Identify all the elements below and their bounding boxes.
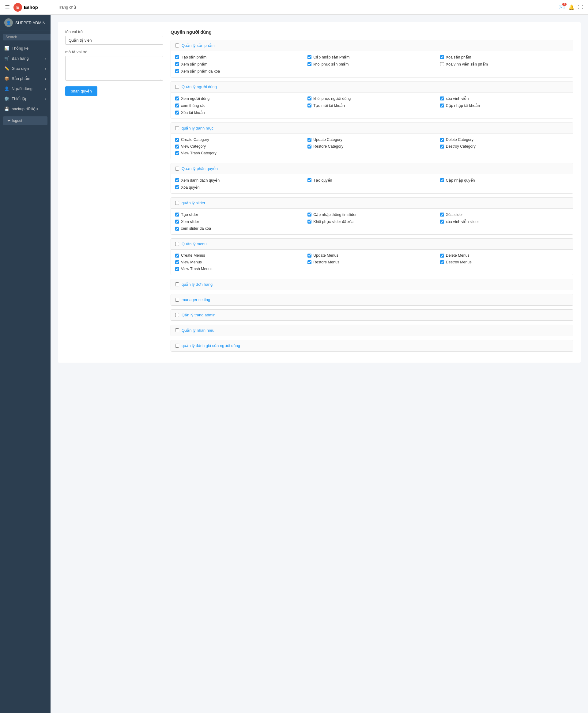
perm-group-qlpq-checkbox[interactable] xyxy=(175,167,179,171)
perm-group-qlnh-checkbox[interactable] xyxy=(175,328,179,332)
perm-group-qlsp-label[interactable]: Quản lý sản phẩm xyxy=(182,43,215,48)
sidebar-item-sanpham-label: Sản phẩm xyxy=(12,76,30,81)
perm-item[interactable]: Cập nhập thông tin slider xyxy=(308,212,436,217)
perm-group-qlsl-checkbox[interactable] xyxy=(175,201,179,205)
topbar-right: ✉️ 1 🔔 ⛶ xyxy=(559,4,583,10)
perm-item[interactable]: Update Category xyxy=(308,138,436,142)
perm-item[interactable]: xem thùng rác xyxy=(175,103,304,108)
giaodien-icon: ✏️ xyxy=(4,66,9,71)
sidebar-item-thongke[interactable]: 📊 Thống kê xyxy=(0,43,50,53)
perm-item[interactable]: Xóa sản phẩm xyxy=(440,55,569,59)
sidebar-item-sanpham[interactable]: 📦 Sản phẩm › xyxy=(0,74,50,84)
perm-group-qlnh-label[interactable]: Quản lý nhãn hiệu xyxy=(182,328,214,333)
perm-group-qlnd-checkbox[interactable] xyxy=(175,85,179,89)
sidebar-search-container: 🔍 xyxy=(0,31,50,43)
sidebar-item-banhang[interactable]: 🛒 Bán hàng › xyxy=(0,53,50,63)
perm-item[interactable]: Create Menus xyxy=(175,253,304,257)
perm-item[interactable]: Tạo slider xyxy=(175,212,304,217)
perm-item[interactable]: View Category xyxy=(175,144,304,149)
perm-item[interactable]: Tạo sản phẩm xyxy=(175,55,304,59)
perm-item[interactable]: Restore Category xyxy=(308,144,436,149)
perm-item[interactable]: Update Menus xyxy=(308,253,436,257)
logout-button[interactable]: ⬅ logout xyxy=(3,117,47,125)
menu-toggle-icon[interactable]: ☰ xyxy=(5,4,10,11)
brand-name: Eshop xyxy=(24,5,38,10)
perm-item[interactable]: xóa vĩnh viễn xyxy=(440,96,569,101)
perm-items-qlsp: Tạo sản phẩm Cập nhập sản Phẩm Xóa sản p… xyxy=(171,51,573,77)
perm-items-qlnd: Xem người dùng khôi phục người dùng xóa … xyxy=(171,92,573,119)
perm-group-qlta-checkbox[interactable] xyxy=(175,313,179,317)
sidebar-item-giaodien-label: Giao diện xyxy=(12,66,29,71)
perm-item[interactable]: Create Category xyxy=(175,138,304,142)
perm-item[interactable]: Destroy Category xyxy=(440,144,569,149)
perm-group-qlmenu-label[interactable]: Quản lý menu xyxy=(182,242,207,246)
sidebar-item-backup[interactable]: 💾 backup dữ liệu xyxy=(0,104,50,114)
perm-group-qlmenu-checkbox[interactable] xyxy=(175,242,179,246)
perm-item[interactable]: Xóa vĩnh viễn sản phẩm xyxy=(440,62,569,66)
perm-group-qldm-label[interactable]: quản lý danh mục xyxy=(182,126,213,130)
role-name-input[interactable] xyxy=(65,36,163,45)
perm-item[interactable]: Xóa slider xyxy=(440,212,569,217)
perm-group-qldh-checkbox[interactable] xyxy=(175,282,179,286)
perm-item[interactable]: xem slider đã xóa xyxy=(175,226,304,231)
perm-item[interactable]: Xem người dùng xyxy=(175,96,304,101)
perm-item[interactable]: View Trash Category xyxy=(175,151,304,155)
perm-item[interactable]: View Trash Menus xyxy=(175,267,304,271)
perm-item[interactable]: khôi phục sản phẩm xyxy=(308,62,436,66)
perm-group-ms-checkbox[interactable] xyxy=(175,298,179,302)
notifications-icon-btn[interactable]: 🔔 xyxy=(568,4,574,10)
perm-group-qlsl: quản lý slider Tạo slider Cập nhập thông… xyxy=(171,197,573,235)
user-avatar: 👤 xyxy=(4,18,13,27)
chevron-right-icon-5: › xyxy=(45,97,46,101)
perm-item[interactable]: Cập nhập tài khoản xyxy=(440,103,569,108)
submit-button[interactable]: phân quyền xyxy=(65,86,98,96)
right-panel: Quyền người dùng Quản lý sản phẩm Tạo sả… xyxy=(171,29,573,355)
perm-group-qlnh-header: Quản lý nhãn hiệu xyxy=(171,325,573,336)
perm-item[interactable]: Cập nhập quyền xyxy=(440,178,569,183)
perm-item[interactable]: Xóa quyền xyxy=(175,185,304,190)
topbar: ☰ E Eshop Trang chủ ✉️ 1 🔔 ⛶ xyxy=(0,0,588,15)
perm-group-qlsp-checkbox[interactable] xyxy=(175,43,179,47)
perm-item[interactable]: Xem sản phẩm xyxy=(175,62,304,66)
perm-item[interactable]: Restore Menus xyxy=(308,260,436,264)
perm-item[interactable]: xóa vĩnh viễn slider xyxy=(440,219,569,224)
perm-item[interactable]: Xem danh dách quyền xyxy=(175,178,304,183)
perm-item[interactable]: Delete Category xyxy=(440,138,569,142)
perm-item[interactable]: khôi phục người dùng xyxy=(308,96,436,101)
perm-item[interactable]: Tạo quyền xyxy=(308,178,436,183)
perm-group-qlnd-label[interactable]: Quản lý người dùng xyxy=(182,85,217,89)
perm-group-qldg-checkbox[interactable] xyxy=(175,344,179,348)
expand-icon-btn[interactable]: ⛶ xyxy=(578,5,583,10)
role-desc-label: mô tả vai trò xyxy=(65,49,163,54)
perm-group-qlnh: Quản lý nhãn hiệu xyxy=(171,324,573,336)
perm-item[interactable]: Tạo mới tài khoản xyxy=(308,103,436,108)
role-desc-textarea[interactable] xyxy=(65,56,163,81)
perm-group-qldh-label[interactable]: quản lý đơn hàng xyxy=(182,282,212,287)
perm-group-qlsl-label[interactable]: quản lý slider xyxy=(182,201,205,205)
sidebar-item-giaodien[interactable]: ✏️ Giao diện › xyxy=(0,63,50,74)
sidebar-item-thietlap[interactable]: ⚙️ Thiết lập › xyxy=(0,94,50,104)
perm-item[interactable]: Xem slider xyxy=(175,219,304,224)
perm-item[interactable]: Destroy Menus xyxy=(440,260,569,264)
perm-item[interactable]: Xem sản phẩm đã xóa xyxy=(175,69,304,74)
sanpham-icon: 📦 xyxy=(4,76,9,81)
left-panel: tên vai trò mô tả vai trò phân quyền xyxy=(65,29,163,355)
thongke-icon: 📊 xyxy=(4,46,9,50)
perm-group-qldm-header: quản lý danh mục xyxy=(171,123,573,134)
perm-item[interactable]: View Menus xyxy=(175,260,304,264)
messages-icon-btn[interactable]: ✉️ 1 xyxy=(559,4,565,10)
perm-group-ms-label[interactable]: manager setting xyxy=(182,297,210,302)
sidebar-item-nguoidung[interactable]: 👤 Người dùng › xyxy=(0,84,50,94)
perm-item[interactable]: Cập nhập sản Phẩm xyxy=(308,55,436,59)
perm-group-qlpq: Quản lý phân quyền Xem danh dách quyền T… xyxy=(171,163,573,193)
perm-group-qlpq-label[interactable]: Quản lý phân quyền xyxy=(182,166,218,171)
perm-group-qldh-header: quản lý đơn hàng xyxy=(171,279,573,290)
perm-item[interactable]: Khôi phục slider đã xóa xyxy=(308,219,436,224)
perm-item[interactable]: Xóa tài khoản xyxy=(175,110,304,115)
perm-group-qldg-label[interactable]: quản lý đánh giá của người dùng xyxy=(182,343,240,348)
search-input[interactable] xyxy=(3,34,50,40)
perm-group-qlsl-header: quản lý slider xyxy=(171,197,573,209)
perm-group-qldm-checkbox[interactable] xyxy=(175,126,179,130)
perm-item[interactable]: Delete Menus xyxy=(440,253,569,257)
perm-group-qlta-label[interactable]: Qản lý trang admin xyxy=(182,313,216,317)
